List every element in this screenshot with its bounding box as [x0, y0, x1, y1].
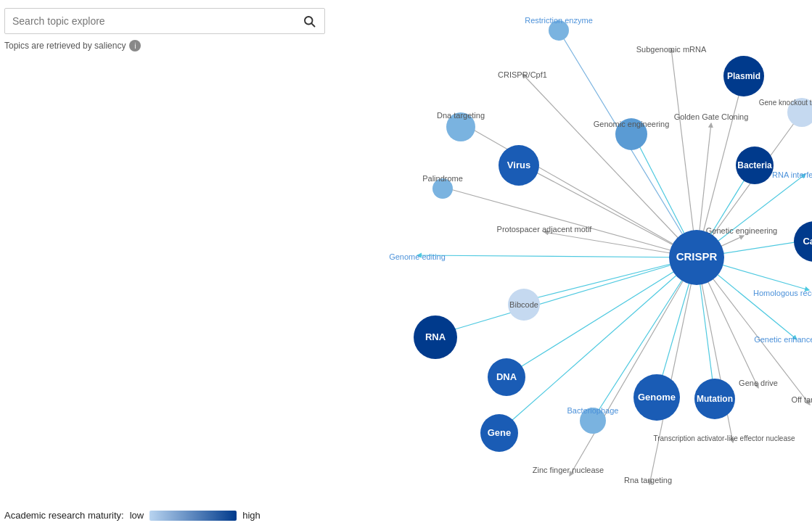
svg-line-7	[417, 255, 697, 257]
svg-text:Gene: Gene	[488, 427, 512, 438]
saliency-note: Topics are retrieved by saliency i	[4, 40, 325, 51]
graph-svg: Restriction enzyme Subgenomic mRNA Plasm…	[327, 0, 812, 528]
svg-line-21	[461, 123, 697, 257]
svg-line-30	[570, 257, 697, 476]
search-area: Topics are retrieved by saliency i	[4, 8, 325, 51]
svg-text:Gene knockout technology: Gene knockout technology	[759, 99, 812, 107]
svg-text:DNA: DNA	[496, 371, 517, 382]
legend-prefix: Academic research maturity:	[4, 510, 124, 521]
svg-line-24	[443, 187, 697, 257]
svg-text:RNA interference: RNA interference	[772, 170, 812, 179]
svg-text:Palindrome: Palindrome	[422, 174, 463, 183]
legend-area: Academic research maturity: low high	[4, 510, 261, 521]
svg-text:Subgenomic mRNA: Subgenomic mRNA	[636, 45, 707, 54]
svg-text:Rna targeting: Rna targeting	[624, 476, 672, 484]
svg-text:Homologous recombination: Homologous recombination	[753, 289, 812, 297]
search-button[interactable]	[301, 13, 317, 29]
svg-text:Golden Gate Cloning: Golden Gate Cloning	[674, 112, 749, 121]
svg-line-14	[507, 257, 697, 376]
svg-text:Bacteriophage: Bacteriophage	[567, 406, 619, 415]
svg-text:Virus: Virus	[507, 160, 530, 170]
graph-area: Restriction enzyme Subgenomic mRNA Plasm…	[327, 0, 812, 528]
svg-line-31	[649, 257, 697, 484]
search-input[interactable]	[12, 15, 301, 27]
svg-text:Genetic engineering: Genetic engineering	[706, 226, 777, 235]
svg-text:CRISPR/Cpf1: CRISPR/Cpf1	[498, 70, 547, 79]
svg-text:Restriction enzyme: Restriction enzyme	[525, 16, 593, 25]
svg-text:Bibcode: Bibcode	[509, 300, 538, 309]
svg-text:Zinc finger nuclease: Zinc finger nuclease	[533, 466, 604, 474]
svg-line-11	[435, 257, 697, 335]
legend-high: high	[242, 510, 261, 521]
svg-text:RNA: RNA	[425, 331, 446, 342]
svg-text:Genomic engineering: Genomic engineering	[594, 120, 670, 128]
svg-text:Dna targeting: Dna targeting	[437, 111, 485, 120]
svg-text:Bacteria: Bacteria	[737, 160, 772, 170]
svg-text:Mutation: Mutation	[697, 394, 733, 404]
svg-text:Cas9: Cas9	[803, 236, 812, 247]
saliency-text: Topics are retrieved by saliency	[4, 41, 126, 51]
search-box	[4, 8, 325, 34]
info-icon[interactable]: i	[129, 40, 141, 51]
svg-text:Protospacer adjacent motif: Protospacer adjacent motif	[497, 225, 593, 234]
svg-line-23	[519, 163, 697, 257]
svg-text:Genome: Genome	[638, 392, 676, 403]
legend-gradient	[149, 511, 237, 521]
svg-text:Off targets: Off targets	[791, 395, 812, 404]
svg-text:Plasmid: Plasmid	[727, 71, 760, 81]
svg-text:Gene drive: Gene drive	[739, 379, 778, 387]
svg-text:Genetic enhancement: Genetic enhancement	[754, 335, 812, 344]
svg-line-1	[311, 23, 314, 26]
svg-line-17	[671, 49, 697, 257]
legend-low: low	[130, 510, 144, 521]
svg-text:Genome editing: Genome editing	[389, 252, 446, 261]
svg-text:CRISPR: CRISPR	[676, 250, 718, 263]
svg-text:Transcription activator-like e: Transcription activator-like effector nu…	[653, 434, 795, 442]
